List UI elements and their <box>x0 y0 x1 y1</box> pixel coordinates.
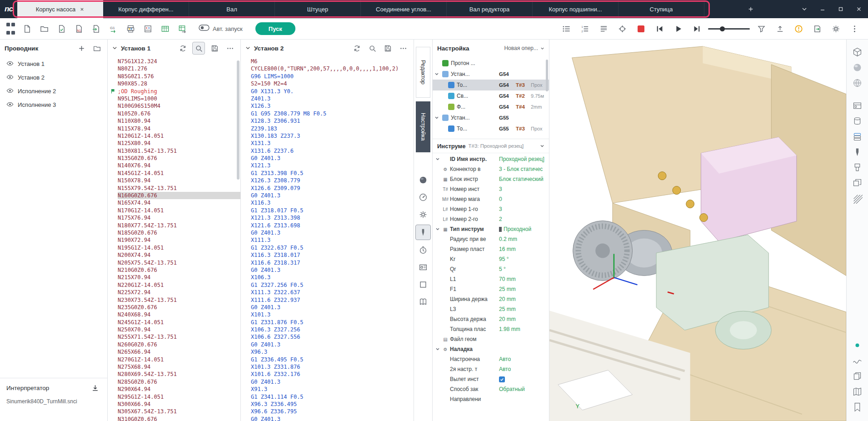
inspector-chevron-icon[interactable] <box>540 142 544 150</box>
tab-editor[interactable]: Редактор <box>416 47 430 98</box>
chevron-down-icon[interactable] <box>434 72 440 76</box>
export-program-icon[interactable] <box>89 21 103 36</box>
save-icon[interactable] <box>209 42 220 54</box>
property-row[interactable]: ID Имя инстр.Проходной резец] <box>433 154 549 164</box>
code-line[interactable]: ;OD Roughing <box>108 88 240 95</box>
code-line[interactable]: X121.3 Z313.398 <box>241 214 414 221</box>
property-row[interactable]: Способ закОбратный <box>433 384 549 394</box>
window-tab[interactable]: Корпус дифферен... <box>103 0 189 18</box>
stock-stack-icon[interactable] <box>850 129 865 144</box>
search-icon[interactable] <box>192 42 205 55</box>
code-line[interactable]: G0 X131.3 Y0. <box>241 88 414 95</box>
shaded-sphere-icon[interactable] <box>416 173 430 187</box>
operation-row[interactable]: Устан...G54 <box>433 69 549 80</box>
property-row[interactable]: Размер пласт16 mm <box>433 244 549 254</box>
code-line[interactable]: N90X85.28 <box>108 80 240 87</box>
code-line[interactable]: X126.3 <box>241 102 414 110</box>
code-line[interactable]: S2=150 M2=4 <box>241 80 414 87</box>
code-line[interactable]: N140X76.94 <box>108 162 240 169</box>
chevron-down-icon[interactable] <box>434 115 440 120</box>
save-document-icon[interactable] <box>54 21 69 36</box>
property-row[interactable]: T#Номер инст3 <box>433 184 549 194</box>
code-line[interactable]: N310G0Z0.676 <box>108 416 240 421</box>
filter-download-icon[interactable] <box>754 21 768 36</box>
checkbox-checked[interactable] <box>499 376 505 382</box>
tool-icon[interactable] <box>415 225 431 240</box>
more-options-icon[interactable] <box>224 42 236 54</box>
kebab-menu-icon[interactable] <box>847 21 862 36</box>
code-line[interactable]: N225X72.94 <box>108 289 240 296</box>
property-row[interactable]: Kr95 ° <box>433 254 549 264</box>
save-export-icon[interactable] <box>810 21 824 36</box>
close-button[interactable] <box>850 0 868 18</box>
code-line[interactable]: N205X75.54Z-13.751 <box>108 259 240 266</box>
code-line[interactable]: N270G1Z-14.051 <box>108 356 240 363</box>
code-line[interactable]: X101.3 Z331.876 <box>241 363 414 371</box>
operation-row[interactable]: То...G55T#3Прох <box>433 123 549 134</box>
code-line[interactable]: N215X70.94 <box>108 274 240 281</box>
run-button[interactable]: Пуск <box>255 22 295 35</box>
code-line[interactable]: N255X71.54Z-13.751 <box>108 333 240 341</box>
gauge-icon[interactable] <box>416 190 430 205</box>
code-line[interactable]: N130X81.54Z-13.751 <box>108 147 240 155</box>
code-line[interactable]: N165X74.94 <box>108 199 240 206</box>
code-line[interactable]: G0 Z401.3 <box>241 192 414 199</box>
wireframe-view-icon[interactable] <box>850 75 865 90</box>
code-line[interactable]: N160G0Z0.676 <box>108 192 240 199</box>
code-line[interactable]: X131.3 <box>241 140 414 147</box>
code-line[interactable]: N285G0Z0.676 <box>108 378 240 386</box>
operation-row[interactable]: Устан...G55 <box>433 112 549 123</box>
collapse-chevron-icon[interactable] <box>245 44 250 52</box>
window-tab[interactable]: Корпус подшипни... <box>533 0 619 18</box>
code-line[interactable]: X96.6 Z336.795 <box>241 408 414 415</box>
property-row[interactable]: ⚙Коннектор в3 - Блок статичес <box>433 164 549 174</box>
code-line[interactable]: G96 LIMS=1000 <box>241 73 414 80</box>
property-row[interactable]: M#Номер мага0 <box>433 194 549 204</box>
code-line[interactable]: Z239.183 <box>241 125 414 132</box>
new-tab-button[interactable] <box>742 0 760 18</box>
code-line[interactable]: N145G1Z-14.051 <box>108 170 240 177</box>
visibility-eye-icon[interactable] <box>6 88 14 95</box>
code-line[interactable]: X121.6 Z313.698 <box>241 222 414 229</box>
operation-row[interactable]: Ф...G54T#42mm <box>433 101 549 112</box>
machine-icon[interactable] <box>416 260 430 275</box>
code-line[interactable]: N295G1Z-14.051 <box>108 393 240 401</box>
slider-thumb[interactable] <box>720 26 725 31</box>
search-icon[interactable] <box>366 42 378 54</box>
machine-visibility-icon[interactable] <box>850 98 865 113</box>
code-line[interactable]: N300X66.94 <box>108 401 240 408</box>
code-line[interactable]: X111.6 Z322.937 <box>241 296 414 304</box>
folder-icon[interactable] <box>91 42 103 54</box>
property-row[interactable]: НастроечнаАвто <box>433 354 549 364</box>
code-line[interactable]: X101.3 <box>241 311 414 318</box>
code-line[interactable]: N95LIMS=1000 <box>108 95 240 102</box>
property-row[interactable]: Вылет инст <box>433 374 549 384</box>
tool-table-icon[interactable] <box>158 21 172 36</box>
refresh-icon[interactable] <box>351 42 363 54</box>
code-line[interactable]: X106.3 Z327.256 <box>241 326 414 333</box>
code-line[interactable]: X106.3 <box>241 274 414 281</box>
setup-visibility-item[interactable]: Исполнение 2 <box>0 84 107 98</box>
stop-button[interactable] <box>634 21 648 36</box>
code-line[interactable]: G1 Z336.495 F0.5 <box>241 356 414 363</box>
code-line[interactable]: G0 Z401.3 <box>241 378 414 386</box>
code-line[interactable]: N235G0Z0.676 <box>108 304 240 311</box>
window-tab[interactable]: Штуцер <box>275 0 361 18</box>
code-line[interactable]: N220G1Z-14.051 <box>108 281 240 289</box>
postprocessor-icon[interactable]: G1 <box>106 21 120 36</box>
code-line[interactable]: X131.6 Z237.6 <box>241 147 414 155</box>
settings-gear-icon[interactable] <box>828 21 843 36</box>
code-line[interactable]: N200X74.94 <box>108 251 240 259</box>
code-line[interactable]: X130.183 Z237.3 <box>241 132 414 140</box>
code-line[interactable]: X126.3 Z308.779 <box>241 177 414 184</box>
save-icon[interactable] <box>382 42 394 54</box>
code-line[interactable]: G1 Z327.256 F0.5 <box>241 281 414 289</box>
section-hatch-icon[interactable] <box>850 190 865 206</box>
code-line[interactable]: N280X69.54Z-13.751 <box>108 371 240 378</box>
property-row[interactable]: Толщина плас1.98 mm <box>433 324 549 334</box>
code-line[interactable]: X126.6 Z309.079 <box>241 185 414 192</box>
code-line[interactable]: X106.6 Z327.556 <box>241 333 414 341</box>
upload-icon[interactable] <box>773 21 787 36</box>
code-line[interactable]: N260G0Z0.676 <box>108 341 240 348</box>
tabs-dropdown-icon[interactable] <box>795 0 813 18</box>
